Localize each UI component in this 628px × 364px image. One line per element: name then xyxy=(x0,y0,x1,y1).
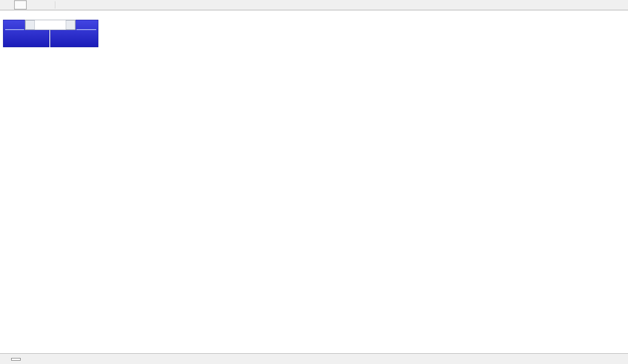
tab-eurchf-weekly[interactable] xyxy=(46,358,54,360)
volume-increase-button[interactable] xyxy=(66,20,75,30)
sell-button[interactable] xyxy=(3,21,25,29)
timeframe-button-d1[interactable] xyxy=(14,0,27,9)
timeframe-button-mn[interactable] xyxy=(41,0,53,9)
sell-underline xyxy=(5,29,24,30)
symbol-tabbar xyxy=(0,353,628,364)
volume-input[interactable] xyxy=(35,20,66,30)
timeframe-toolbar xyxy=(0,0,628,10)
buy-price-button[interactable] xyxy=(51,39,96,46)
rsi-label xyxy=(5,291,6,296)
volume-decrease-button[interactable] xyxy=(25,20,35,30)
tab-usdcad-daily[interactable] xyxy=(29,358,37,360)
macd-label xyxy=(5,245,6,250)
trading-terminal-window xyxy=(0,0,628,364)
buy-underline xyxy=(76,29,96,30)
buy-button[interactable] xyxy=(75,21,98,29)
chart-canvas[interactable] xyxy=(0,0,628,364)
volume-spinner xyxy=(25,20,76,30)
toolbar-separator xyxy=(55,1,56,9)
tab-usdcnh-daily[interactable] xyxy=(38,358,46,360)
timeframe-button-w1[interactable] xyxy=(27,0,40,9)
tab-audusd-daily[interactable] xyxy=(11,358,21,361)
tab-usdchf-daily[interactable] xyxy=(21,358,28,360)
one-click-trading-panel xyxy=(3,20,98,47)
tab-eurusd-daily[interactable] xyxy=(3,358,11,360)
timeframe-button-h4[interactable] xyxy=(1,0,13,9)
chart-title xyxy=(5,12,16,18)
sell-price-button[interactable] xyxy=(3,39,47,46)
